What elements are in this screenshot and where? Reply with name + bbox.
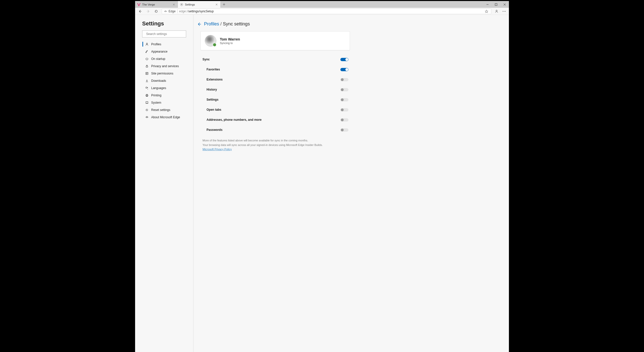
sidebar-item-label: Reset settings — [151, 108, 170, 112]
nav-back-button[interactable] — [137, 8, 144, 15]
svg-rect-1 — [495, 4, 497, 6]
verge-favicon — [137, 3, 141, 6]
sync-history-toggle[interactable] — [340, 88, 348, 91]
sync-item-label: Extensions — [207, 78, 223, 81]
sync-open-tabs-toggle[interactable] — [340, 108, 348, 111]
lock-icon — [145, 64, 149, 68]
sidebar-item-system[interactable]: System — [135, 99, 193, 106]
profile-name: Tom Warren — [220, 37, 240, 41]
url-input[interactable]: Edge edge://settings/syncSetup — [162, 9, 491, 14]
reset-icon — [145, 108, 149, 112]
profile-avatar — [205, 35, 216, 47]
svg-rect-9 — [146, 66, 148, 67]
sidebar-item-label: Site permissions — [151, 72, 173, 75]
sync-master-row: Sync — [203, 54, 350, 64]
language-icon — [145, 86, 149, 90]
favorite-star-button[interactable] — [484, 10, 489, 13]
breadcrumb-parent-link[interactable]: Profiles — [204, 21, 219, 26]
tab-title: The Verge — [142, 3, 171, 6]
pillarbox-left — [0, 0, 135, 352]
sync-addresses-toggle[interactable] — [340, 118, 348, 122]
sidebar-item-label: Profiles — [151, 43, 161, 46]
nav-refresh-button[interactable] — [153, 8, 160, 15]
sync-settings-toggle[interactable] — [340, 98, 348, 101]
breadcrumb-back-button[interactable] — [197, 22, 202, 26]
svg-point-6 — [144, 34, 145, 34]
sidebar-title: Settings — [135, 20, 193, 30]
svg-rect-15 — [146, 101, 148, 103]
sidebar-item-privacy[interactable]: Privacy and services — [135, 62, 193, 70]
sync-master-label: Sync — [203, 58, 210, 61]
sidebar-item-appearance[interactable]: Appearance — [135, 48, 193, 55]
browser-window: The Verge Settings — [135, 0, 509, 352]
breadcrumb-separator: / — [220, 21, 222, 26]
sidebar-item-label: Downloads — [151, 79, 166, 83]
sidebar-item-label: About Microsoft Edge — [151, 115, 180, 119]
sidebar-item-about[interactable]: About Microsoft Edge — [135, 113, 193, 121]
sync-master-toggle[interactable] — [340, 58, 348, 61]
window-close-button[interactable] — [500, 1, 509, 8]
sidebar-item-printing[interactable]: Printing — [135, 92, 193, 99]
printer-icon — [145, 94, 149, 97]
sync-item-open-tabs: Open tabs — [203, 105, 350, 115]
svg-point-7 — [146, 43, 148, 44]
download-icon — [145, 79, 149, 83]
settings-main: Profiles / Sync settings Tom Warren Sync… — [193, 15, 509, 352]
sync-item-addresses: Addresses, phone numbers, and more — [203, 115, 350, 125]
profile-card: Tom Warren Syncing to — [200, 31, 350, 50]
settings-search-input[interactable] — [146, 32, 184, 36]
svg-point-11 — [146, 87, 147, 88]
sync-item-history: History — [203, 85, 350, 95]
url-text: edge://settings/syncSetup — [179, 10, 482, 13]
sync-passwords-toggle[interactable] — [340, 128, 348, 132]
tab-bar: The Verge Settings — [135, 1, 509, 8]
footnote-line-2: Your browsing data will sync across all … — [203, 143, 350, 147]
sync-item-label: Passwords — [207, 128, 222, 132]
menu-button[interactable] — [501, 8, 507, 15]
settings-search[interactable] — [142, 30, 186, 37]
sync-favorites-toggle[interactable] — [340, 68, 348, 71]
sidebar-item-label: Languages — [151, 86, 166, 90]
sync-item-favorites: Favorites — [203, 64, 350, 74]
site-label: Edge — [169, 10, 176, 13]
sidebar-item-languages[interactable]: Languages — [135, 84, 193, 92]
sidebar-item-label: System — [151, 101, 161, 104]
sync-extensions-toggle[interactable] — [340, 78, 348, 81]
svg-rect-13 — [146, 94, 147, 95]
person-icon — [145, 43, 149, 46]
paintbrush-icon — [145, 50, 149, 53]
settings-favicon — [180, 3, 183, 6]
profile-button[interactable] — [493, 8, 500, 15]
privacy-policy-link[interactable]: Microsoft Privacy Policy — [203, 148, 232, 151]
sidebar-item-profiles[interactable]: Profiles — [135, 41, 193, 48]
window-minimize-button[interactable] — [483, 1, 492, 8]
site-identity[interactable]: Edge — [164, 10, 178, 13]
tab-close-button[interactable] — [172, 3, 176, 6]
edge-icon — [145, 115, 149, 119]
sidebar-item-reset[interactable]: Reset settings — [135, 106, 193, 113]
svg-point-3 — [503, 11, 503, 12]
pillarbox-right — [509, 0, 644, 352]
svg-point-2 — [496, 10, 497, 11]
sidebar-item-downloads[interactable]: Downloads — [135, 77, 193, 84]
sync-item-label: Favorites — [207, 68, 220, 71]
tab-close-button[interactable] — [215, 3, 218, 6]
nav-forward-button[interactable] — [145, 8, 152, 15]
content-area: Settings Profiles Appearance On startup — [135, 15, 509, 352]
breadcrumb-current: Sync settings — [223, 21, 250, 26]
tab-settings[interactable]: Settings — [178, 1, 221, 8]
new-tab-button[interactable] — [221, 1, 227, 8]
toolbar-right — [493, 8, 507, 15]
sidebar-item-label: Appearance — [151, 50, 168, 53]
sync-item-passwords: Passwords — [203, 125, 350, 135]
tab-the-verge[interactable]: The Verge — [135, 1, 178, 8]
svg-point-0 — [181, 4, 182, 5]
laptop-icon — [145, 101, 149, 104]
sidebar-item-site-permissions[interactable]: Site permissions — [135, 70, 193, 77]
sidebar-item-on-startup[interactable]: On startup — [135, 55, 193, 62]
sidebar-item-label: Privacy and services — [151, 64, 179, 68]
sync-item-label: History — [207, 88, 217, 91]
window-maximize-button[interactable] — [492, 1, 500, 8]
sidebar-item-label: On startup — [151, 57, 165, 61]
window-controls — [483, 1, 509, 8]
